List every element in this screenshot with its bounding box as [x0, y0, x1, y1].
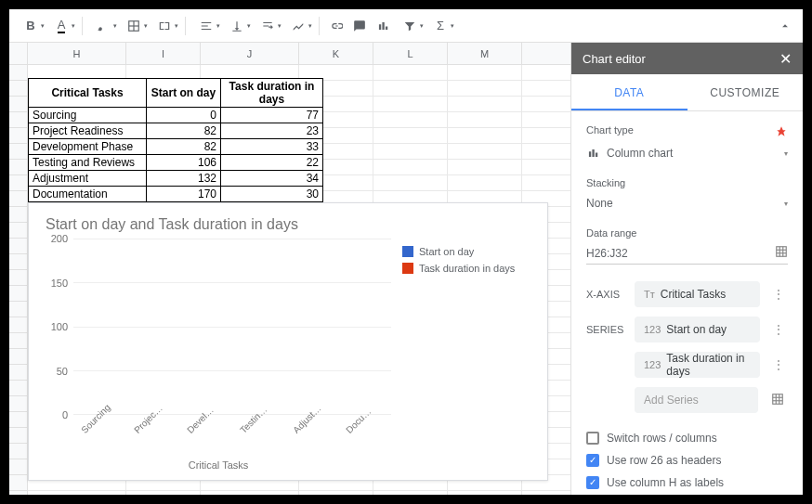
chart-editor-header: Chart editor ✕ — [571, 43, 803, 74]
link-button[interactable] — [326, 14, 347, 38]
chart-x-axis-label: Critical Tasks — [189, 459, 249, 471]
grid-icon[interactable] — [767, 393, 788, 408]
svg-rect-8 — [773, 394, 783, 404]
svg-rect-3 — [777, 247, 787, 257]
chart-legend: Start on dayTask duration in days — [391, 239, 530, 461]
col-header-l[interactable]: L — [373, 43, 448, 64]
add-series-button[interactable]: Add Series — [635, 387, 758, 413]
stacking-label: Stacking — [586, 177, 788, 188]
text-color-button[interactable]: A▾ — [47, 14, 75, 38]
col-header-j[interactable]: J — [201, 43, 299, 64]
bold-button[interactable]: B▾ — [17, 14, 45, 38]
more-icon[interactable]: ⋮ — [769, 323, 788, 336]
data-table[interactable]: Critical Tasks Start on day Task duratio… — [28, 78, 323, 202]
col-header-k[interactable]: K — [299, 43, 373, 64]
series-pill-1[interactable]: 123 Task duration in days — [635, 352, 760, 378]
table-header-start: Start on day — [147, 79, 221, 108]
valign-button[interactable]: ▾ — [223, 14, 251, 38]
more-icon[interactable]: ⋮ — [769, 288, 788, 301]
table-row[interactable]: Adjustment13234 — [29, 171, 323, 187]
switch-rows-columns-checkbox[interactable]: Switch rows / columns — [586, 432, 788, 445]
number-type-icon: 123 — [644, 324, 661, 335]
use-row-headers-checkbox[interactable]: Use row 26 as headers — [586, 454, 788, 467]
text-type-icon: Tт — [644, 289, 655, 300]
table-row[interactable]: Project Readiness8223 — [29, 123, 323, 139]
comment-button[interactable] — [349, 14, 370, 38]
series-label: SERIES — [586, 324, 625, 335]
toolbar: B▾ A▾ ▾ ▾ ▾ ▾ ▾ ▾ ▾ — [9, 9, 803, 43]
chart-type-label: Chart type — [586, 124, 775, 136]
number-type-icon: 123 — [644, 359, 661, 370]
merge-button[interactable]: ▾ — [151, 14, 178, 38]
fill-color-button[interactable]: ▾ — [89, 14, 117, 38]
grid-icon[interactable] — [775, 245, 788, 261]
stacking-select[interactable]: None ▾ — [586, 192, 788, 214]
table-row[interactable]: Sourcing077 — [29, 108, 323, 123]
chart-button[interactable] — [373, 14, 393, 38]
functions-button[interactable]: Σ▾ — [426, 14, 454, 38]
table-header-tasks: Critical Tasks — [29, 79, 147, 108]
data-range-input[interactable]: H26:J32 — [586, 242, 788, 265]
tab-data[interactable]: DATA — [571, 74, 688, 110]
chart-editor-panel: Chart editor ✕ DATA CUSTOMIZE Chart type — [570, 43, 803, 495]
data-range-label: Data range — [586, 227, 788, 239]
pin-icon[interactable] — [775, 124, 788, 142]
col-header-i[interactable]: I — [126, 43, 201, 64]
chart-title: Start on day and Task duration in days — [46, 216, 530, 233]
use-column-labels-checkbox[interactable]: Use column H as labels — [586, 476, 788, 489]
chart-type-select[interactable]: Column chart ▾ — [586, 142, 788, 164]
table-row[interactable]: Development Phase8233 — [29, 139, 323, 155]
chart[interactable]: Start on day and Task duration in days 0… — [28, 202, 548, 481]
border-button[interactable]: ▾ — [120, 14, 148, 38]
x-axis-pill[interactable]: Tт Critical Tasks — [635, 281, 760, 307]
series-pill-0[interactable]: 123 Start on day — [635, 317, 760, 342]
align-button[interactable]: ▾ — [192, 14, 220, 38]
sheet-area[interactable]: H I J K L M Critical Tasks Start on day … — [9, 43, 570, 495]
more-icon[interactable]: ⋮ — [769, 358, 788, 371]
col-header-m[interactable]: M — [448, 43, 522, 64]
table-row[interactable]: Documentation17030 — [29, 187, 323, 202]
table-header-duration: Task duration in days — [221, 79, 323, 108]
col-header-h[interactable]: H — [28, 43, 126, 64]
filter-button[interactable]: ▾ — [396, 14, 424, 38]
x-axis-label: X-AXIS — [586, 289, 625, 300]
tab-customize[interactable]: CUSTOMIZE — [688, 74, 804, 110]
close-icon[interactable]: ✕ — [779, 50, 792, 68]
wrap-button[interactable]: ▾ — [254, 14, 282, 38]
table-row[interactable]: Testing and Reviews10622 — [29, 155, 323, 171]
collapse-toolbar-button[interactable] — [775, 14, 795, 38]
rotate-button[interactable]: ▾ — [284, 14, 312, 38]
